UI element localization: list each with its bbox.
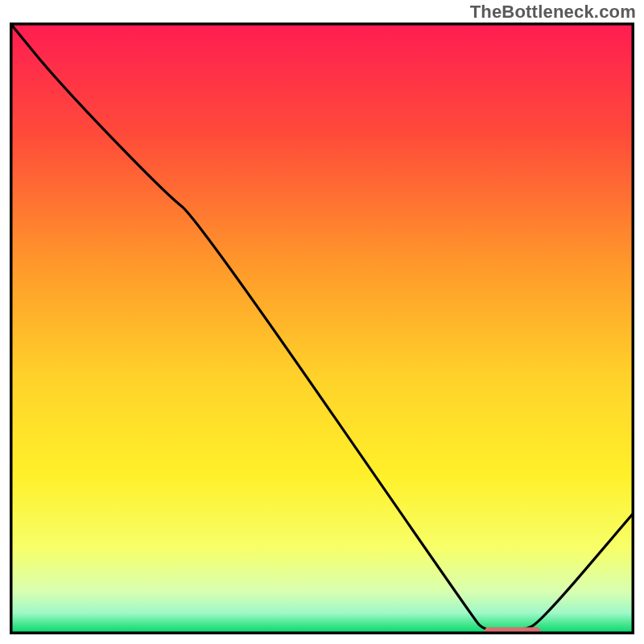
plot-background xyxy=(10,23,634,634)
watermark-text: TheBottleneck.com xyxy=(470,2,636,23)
chart-container: TheBottleneck.com xyxy=(0,0,644,644)
bottleneck-chart xyxy=(10,23,634,634)
